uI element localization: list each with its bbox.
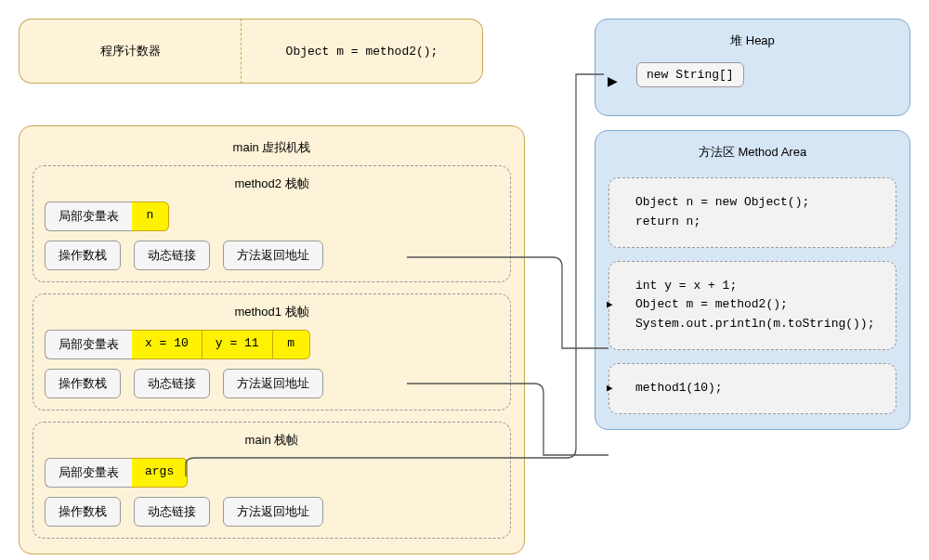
return-address-chip: 方法返回地址 [223,369,323,398]
frame-title: main 栈帧 [45,432,499,449]
code-line: Object m = method2(); [635,295,883,315]
method-area-panel: 方法区 Method Area Object n = new Object();… [595,130,910,430]
lvt-label: 局部变量表 [45,458,132,488]
lvt-var: n [132,202,169,231]
arrow-icon: ▶ [608,73,618,88]
code-line: Object n = new Object(); [635,193,883,213]
local-variable-table: 局部变量表 args [45,458,499,488]
frame-title: method1 栈帧 [45,304,499,320]
lvt-var: m [273,330,310,359]
program-counter-code: Object m = method2(); [242,19,483,84]
operand-stack-chip: 操作数栈 [45,497,121,527]
code-line: System.out.println(m.toString()); [635,315,883,334]
lvt-var: args [132,458,188,488]
lvt-var: x = 10 [132,330,203,359]
local-variable-table: 局部变量表 x = 10 y = 11 m [45,330,499,359]
return-address-chip: 方法返回地址 [223,241,323,270]
vm-stack-panel: main 虚拟机栈 method2 栈帧 局部变量表 n 操作数栈 动态链接 方… [19,125,525,554]
heap-panel: 堆 Heap ▶ new String[] [595,19,910,116]
stack-frame-main: main 栈帧 局部变量表 args 操作数栈 动态链接 方法返回地址 [33,422,511,539]
code-line: int y = x + 1; [635,277,883,296]
dynamic-link-chip: 动态链接 [134,241,210,270]
frame-title: method2 栈帧 [45,176,499,192]
code-line: return n; [635,213,883,232]
operand-stack-chip: 操作数栈 [45,369,121,398]
code-block-main: ▶ method1(10); [608,363,896,414]
arrow-icon: ▶ [607,381,613,397]
code-line: method1(10); [635,379,883,398]
heap-title: 堆 Heap [608,33,896,49]
code-block-method1: ▶ int y = x + 1; Object m = method2(); S… [608,261,896,350]
method-area-title: 方法区 Method Area [608,144,896,161]
vm-stack-title: main 虚拟机栈 [33,139,511,156]
code-block-method2: Object n = new Object(); return n; [608,177,896,248]
program-counter-title: 程序计数器 [19,19,242,84]
lvt-var: y = 11 [203,330,273,359]
lvt-label: 局部变量表 [45,330,132,359]
return-address-chip: 方法返回地址 [223,497,323,527]
dynamic-link-chip: 动态链接 [134,497,210,527]
local-variable-table: 局部变量表 n [45,202,499,231]
dynamic-link-chip: 动态链接 [134,369,210,398]
heap-object: new String[] [636,62,744,87]
arrow-icon: ▶ [607,297,613,314]
lvt-label: 局部变量表 [45,202,132,231]
stack-frame-method2: method2 栈帧 局部变量表 n 操作数栈 动态链接 方法返回地址 [33,165,511,282]
operand-stack-chip: 操作数栈 [45,241,121,270]
stack-frame-method1: method1 栈帧 局部变量表 x = 10 y = 11 m 操作数栈 动态… [33,293,511,410]
